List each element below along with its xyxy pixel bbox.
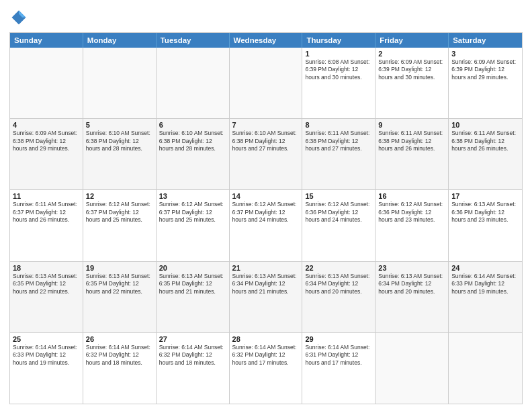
day-number: 8 [305, 121, 372, 129]
day-number: 12 [86, 192, 153, 200]
day-number: 19 [86, 264, 153, 272]
day-info: Sunrise: 6:10 AM Sunset: 6:38 PM Dayligh… [159, 130, 226, 152]
day-cell-28: 28Sunrise: 6:14 AM Sunset: 6:32 PM Dayli… [230, 333, 303, 404]
day-cell-19: 19Sunrise: 6:13 AM Sunset: 6:35 PM Dayli… [83, 262, 157, 332]
day-info: Sunrise: 6:13 AM Sunset: 6:34 PM Dayligh… [305, 273, 372, 295]
day-info: Sunrise: 6:14 AM Sunset: 6:32 PM Dayligh… [232, 344, 300, 367]
day-number: 7 [232, 121, 300, 129]
empty-cell [230, 48, 303, 118]
day-number: 4 [13, 121, 80, 129]
day-cell-7: 7Sunrise: 6:10 AM Sunset: 6:38 PM Daylig… [230, 119, 303, 189]
day-number: 27 [159, 335, 226, 343]
day-info: Sunrise: 6:09 AM Sunset: 6:39 PM Dayligh… [451, 58, 519, 81]
day-cell-17: 17Sunrise: 6:13 AM Sunset: 6:36 PM Dayli… [449, 190, 522, 261]
weekday-header-thursday: Thursday [302, 33, 375, 48]
day-cell-15: 15Sunrise: 6:12 AM Sunset: 6:36 PM Dayli… [302, 190, 375, 261]
day-cell-9: 9Sunrise: 6:11 AM Sunset: 6:38 PM Daylig… [375, 119, 449, 189]
day-cell-24: 24Sunrise: 6:14 AM Sunset: 6:33 PM Dayli… [449, 262, 522, 332]
weekday-header-tuesday: Tuesday [157, 33, 230, 48]
day-number: 22 [305, 264, 372, 272]
weekday-header-sunday: Sunday [10, 33, 83, 48]
day-info: Sunrise: 6:12 AM Sunset: 6:36 PM Dayligh… [378, 201, 445, 224]
day-info: Sunrise: 6:14 AM Sunset: 6:32 PM Dayligh… [86, 344, 153, 367]
calendar-row-5: 25Sunrise: 6:14 AM Sunset: 6:33 PM Dayli… [10, 332, 522, 404]
day-info: Sunrise: 6:12 AM Sunset: 6:37 PM Dayligh… [159, 201, 226, 224]
day-number: 29 [305, 335, 372, 343]
day-number: 25 [13, 335, 80, 343]
day-info: Sunrise: 6:13 AM Sunset: 6:34 PM Dayligh… [232, 273, 300, 295]
day-cell-23: 23Sunrise: 6:13 AM Sunset: 6:34 PM Dayli… [375, 262, 449, 332]
day-number: 26 [86, 335, 153, 343]
calendar-row-1: 1Sunrise: 6:08 AM Sunset: 6:39 PM Daylig… [10, 48, 522, 118]
calendar-row-4: 18Sunrise: 6:13 AM Sunset: 6:35 PM Dayli… [10, 261, 522, 332]
day-cell-14: 14Sunrise: 6:12 AM Sunset: 6:37 PM Dayli… [230, 190, 303, 261]
day-number: 1 [305, 50, 372, 58]
calendar: SundayMondayTuesdayWednesdayThursdayFrid… [9, 32, 523, 404]
calendar-row-3: 11Sunrise: 6:11 AM Sunset: 6:37 PM Dayli… [10, 189, 522, 261]
day-cell-27: 27Sunrise: 6:14 AM Sunset: 6:32 PM Dayli… [157, 333, 230, 404]
day-info: Sunrise: 6:10 AM Sunset: 6:38 PM Dayligh… [86, 130, 153, 152]
calendar-row-2: 4Sunrise: 6:09 AM Sunset: 6:38 PM Daylig… [10, 118, 522, 189]
day-number: 10 [451, 121, 519, 129]
day-info: Sunrise: 6:12 AM Sunset: 6:36 PM Dayligh… [305, 201, 372, 224]
calendar-body: 1Sunrise: 6:08 AM Sunset: 6:39 PM Daylig… [10, 48, 522, 404]
empty-cell [10, 48, 83, 118]
day-cell-3: 3Sunrise: 6:09 AM Sunset: 6:39 PM Daylig… [449, 48, 522, 118]
day-number: 20 [159, 264, 226, 272]
day-number: 13 [159, 192, 226, 200]
day-cell-11: 11Sunrise: 6:11 AM Sunset: 6:37 PM Dayli… [10, 190, 83, 261]
day-number: 16 [378, 192, 445, 200]
day-number: 3 [451, 50, 519, 58]
day-info: Sunrise: 6:11 AM Sunset: 6:38 PM Dayligh… [378, 130, 445, 152]
day-info: Sunrise: 6:13 AM Sunset: 6:35 PM Dayligh… [159, 273, 226, 295]
day-info: Sunrise: 6:09 AM Sunset: 6:38 PM Dayligh… [13, 130, 80, 152]
day-number: 9 [378, 121, 445, 129]
day-cell-29: 29Sunrise: 6:14 AM Sunset: 6:31 PM Dayli… [302, 333, 375, 404]
day-info: Sunrise: 6:10 AM Sunset: 6:38 PM Dayligh… [232, 130, 300, 152]
empty-cell [83, 48, 157, 118]
day-number: 17 [451, 192, 519, 200]
day-info: Sunrise: 6:09 AM Sunset: 6:39 PM Dayligh… [378, 58, 445, 81]
day-cell-6: 6Sunrise: 6:10 AM Sunset: 6:38 PM Daylig… [157, 119, 230, 189]
day-number: 6 [159, 121, 226, 129]
day-cell-20: 20Sunrise: 6:13 AM Sunset: 6:35 PM Dayli… [157, 262, 230, 332]
day-number: 2 [378, 50, 445, 58]
day-info: Sunrise: 6:14 AM Sunset: 6:33 PM Dayligh… [13, 344, 80, 367]
day-cell-1: 1Sunrise: 6:08 AM Sunset: 6:39 PM Daylig… [302, 48, 375, 118]
weekday-header-friday: Friday [375, 33, 449, 48]
logo [9, 8, 31, 27]
day-number: 11 [13, 192, 80, 200]
day-number: 5 [86, 121, 153, 129]
day-number: 21 [232, 264, 300, 272]
day-cell-16: 16Sunrise: 6:12 AM Sunset: 6:36 PM Dayli… [375, 190, 449, 261]
header [9, 8, 523, 27]
day-cell-4: 4Sunrise: 6:09 AM Sunset: 6:38 PM Daylig… [10, 119, 83, 189]
day-info: Sunrise: 6:13 AM Sunset: 6:34 PM Dayligh… [378, 273, 445, 295]
day-info: Sunrise: 6:11 AM Sunset: 6:38 PM Dayligh… [305, 130, 372, 152]
day-cell-12: 12Sunrise: 6:12 AM Sunset: 6:37 PM Dayli… [83, 190, 157, 261]
weekday-header-wednesday: Wednesday [230, 33, 303, 48]
day-cell-5: 5Sunrise: 6:10 AM Sunset: 6:38 PM Daylig… [83, 119, 157, 189]
day-info: Sunrise: 6:13 AM Sunset: 6:36 PM Dayligh… [451, 201, 519, 224]
day-cell-21: 21Sunrise: 6:13 AM Sunset: 6:34 PM Dayli… [230, 262, 303, 332]
day-cell-25: 25Sunrise: 6:14 AM Sunset: 6:33 PM Dayli… [10, 333, 83, 404]
empty-cell [157, 48, 230, 118]
day-cell-22: 22Sunrise: 6:13 AM Sunset: 6:34 PM Dayli… [302, 262, 375, 332]
day-cell-10: 10Sunrise: 6:11 AM Sunset: 6:38 PM Dayli… [449, 119, 522, 189]
empty-cell [375, 333, 449, 404]
weekday-header-saturday: Saturday [449, 33, 522, 48]
day-info: Sunrise: 6:08 AM Sunset: 6:39 PM Dayligh… [305, 58, 372, 81]
day-info: Sunrise: 6:11 AM Sunset: 6:37 PM Dayligh… [13, 201, 80, 224]
day-cell-18: 18Sunrise: 6:13 AM Sunset: 6:35 PM Dayli… [10, 262, 83, 332]
calendar-header: SundayMondayTuesdayWednesdayThursdayFrid… [10, 33, 522, 48]
weekday-header-monday: Monday [83, 33, 157, 48]
day-info: Sunrise: 6:14 AM Sunset: 6:31 PM Dayligh… [305, 344, 372, 367]
day-info: Sunrise: 6:13 AM Sunset: 6:35 PM Dayligh… [13, 273, 80, 295]
day-cell-2: 2Sunrise: 6:09 AM Sunset: 6:39 PM Daylig… [375, 48, 449, 118]
day-cell-13: 13Sunrise: 6:12 AM Sunset: 6:37 PM Dayli… [157, 190, 230, 261]
day-info: Sunrise: 6:12 AM Sunset: 6:37 PM Dayligh… [86, 201, 153, 224]
day-info: Sunrise: 6:11 AM Sunset: 6:38 PM Dayligh… [451, 130, 519, 152]
day-info: Sunrise: 6:14 AM Sunset: 6:33 PM Dayligh… [451, 273, 519, 295]
day-number: 18 [13, 264, 80, 272]
day-info: Sunrise: 6:14 AM Sunset: 6:32 PM Dayligh… [159, 344, 226, 367]
